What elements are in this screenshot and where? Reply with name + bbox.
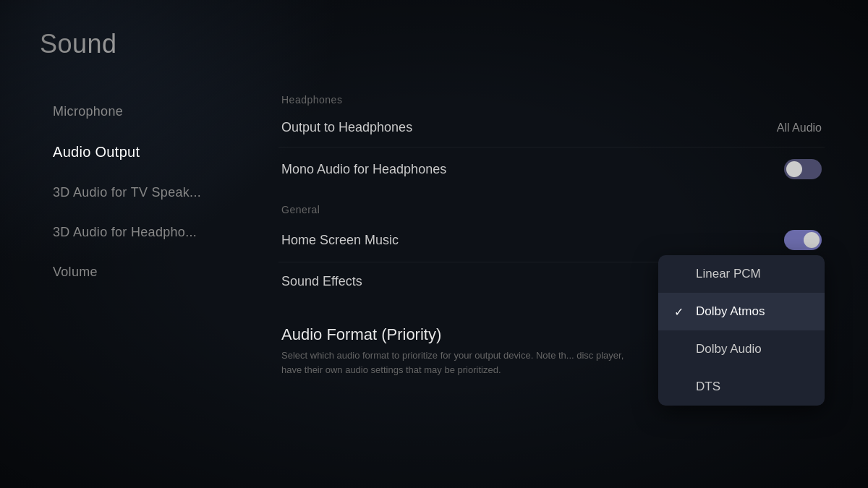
toggle-knob-on xyxy=(804,232,820,248)
sidebar: Microphone Audio Output 3D Audio for TV … xyxy=(40,94,271,488)
sound-effects-label: Sound Effects xyxy=(281,274,362,289)
general-section: General Home Screen Music Sound Effects … xyxy=(278,204,825,301)
mono-audio-toggle[interactable] xyxy=(784,159,822,179)
check-icon-dolby-atmos: ✓ xyxy=(674,305,687,319)
toggle-knob xyxy=(786,161,802,177)
linear-pcm-label: Linear PCM xyxy=(696,267,761,281)
sidebar-item-3d-audio-headphones[interactable]: 3D Audio for Headpho... xyxy=(40,215,271,250)
headphones-label: Headphones xyxy=(278,94,825,106)
headphones-section: Headphones Output to Headphones All Audi… xyxy=(278,94,825,191)
mono-audio-label: Mono Audio for Headphones xyxy=(281,162,446,177)
output-to-headphones-value: All Audio xyxy=(777,121,822,134)
sound-effects-row[interactable]: Sound Effects Linear PCM ✓ Dolby Atmos D… xyxy=(278,262,825,301)
sidebar-item-volume[interactable]: Volume xyxy=(40,254,271,290)
audio-format-dropdown: Linear PCM ✓ Dolby Atmos Dolby Audio DTS xyxy=(658,255,825,406)
home-screen-music-toggle[interactable] xyxy=(784,230,822,250)
sidebar-item-microphone[interactable]: Microphone xyxy=(40,94,271,129)
sidebar-item-3d-audio-tv[interactable]: 3D Audio for TV Speak... xyxy=(40,175,271,210)
sidebar-item-audio-output[interactable]: Audio Output xyxy=(40,134,271,171)
home-screen-music-label: Home Screen Music xyxy=(281,233,399,248)
main-content: Headphones Output to Headphones All Audi… xyxy=(271,94,868,488)
output-to-headphones-row[interactable]: Output to Headphones All Audio xyxy=(278,108,825,147)
dolby-atmos-label: Dolby Atmos xyxy=(696,304,765,319)
dropdown-item-dolby-atmos[interactable]: ✓ Dolby Atmos xyxy=(658,293,825,330)
dolby-audio-label: Dolby Audio xyxy=(696,342,762,356)
output-to-headphones-label: Output to Headphones xyxy=(281,120,412,135)
dropdown-item-dolby-audio[interactable]: Dolby Audio xyxy=(658,330,825,368)
general-label: General xyxy=(278,204,825,215)
mono-audio-row[interactable]: Mono Audio for Headphones xyxy=(278,147,825,191)
audio-format-description: Select which audio format to prioritize … xyxy=(281,348,629,377)
dropdown-item-dts[interactable]: DTS xyxy=(658,368,825,406)
dts-label: DTS xyxy=(696,380,720,394)
dropdown-item-linear-pcm[interactable]: Linear PCM xyxy=(658,255,825,293)
